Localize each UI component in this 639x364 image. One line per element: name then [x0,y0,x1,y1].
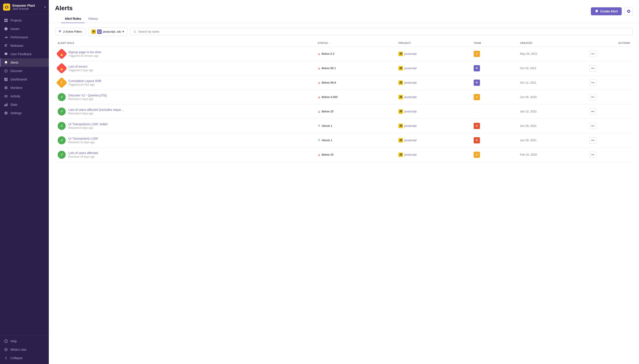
active-filters-button[interactable]: 2 Active Filters [55,28,85,35]
status-content: Below 4,000 [318,95,393,99]
sidebar-item-dashboards[interactable]: Dashboards [0,75,49,84]
sidebar-item-settings[interactable]: Settings [0,109,49,117]
status-content: Above 1 [318,124,393,128]
create-alert-button[interactable]: Create Alert [591,7,622,15]
search-icon [133,30,136,33]
projects-icon [4,18,8,22]
sidebar-item-discover[interactable]: Discover [0,67,49,75]
sidebar-item-alerts[interactable]: Alerts [0,58,49,67]
js-badge: JS [91,30,96,34]
svg-point-28 [98,30,101,33]
svg-rect-20 [6,104,6,106]
project-content[interactable]: JS javascript [399,124,468,128]
alert-info: UI Transactions LOW Resolved 15 days ago [68,137,98,144]
project-cell[interactable]: JS javascript [396,46,471,61]
sidebar-item-whats-new[interactable]: What's new [0,346,49,354]
project-cell[interactable]: JS javascript [396,118,471,133]
alert-rule-content: 🔥 Lots of errors! Triggered 2 days ago [58,64,312,72]
row-actions-button[interactable]: ••• [589,152,596,158]
sidebar-item-releases[interactable]: Releases [0,42,49,50]
status-cell: Below 4,000 [315,90,396,104]
project-name: javascript [404,66,417,70]
project-content[interactable]: JS javascript [399,66,468,70]
project-filter-chevron-icon: ▾ [123,30,124,33]
status-content: Below 99.8 [318,81,393,84]
tab-alert-rules[interactable]: Alert Rules [61,15,85,23]
col-header-status[interactable]: STATUS ↓ [315,40,396,47]
active-filters-label: 2 Active Filters [63,30,82,33]
project-cell[interactable]: JS javascript [396,61,471,75]
svg-rect-8 [5,46,7,46]
col-header-alert-rule: ALERT RULE [55,40,315,47]
svg-rect-12 [5,80,8,81]
alerts-settings-button[interactable] [624,7,633,16]
tab-history[interactable]: History [85,15,102,23]
org-switcher[interactable]: Empower Plant Jane Schmidt ▾ [0,0,49,14]
status-cell: Below 99.8 [315,75,396,90]
status-text: Below 0.2 [322,52,334,56]
alerts-icon [4,60,8,65]
team-cell: S [471,118,517,133]
alert-name[interactable]: Discover V2 - Queries p75() [68,94,107,97]
row-actions-button[interactable]: ••• [589,51,596,57]
alert-subtitle: Resolved 19 days ago [68,155,98,158]
sidebar-item-collapse[interactable]: Collapse [0,354,49,362]
project-cell[interactable]: JS javascript [396,75,471,90]
alert-icon-resolved: ✓ [58,136,66,144]
dashboards-icon [4,77,8,82]
alert-name[interactable]: UI Transactions LOW [68,137,98,140]
alert-name[interactable]: Signup page is too slow [68,50,101,54]
sidebar-item-user-feedback[interactable]: User Feedback [0,50,49,58]
project-cell[interactable]: JS javascript [396,148,471,162]
sidebar-item-label: Collapse [11,356,23,360]
row-actions-button[interactable]: ••• [589,94,596,100]
alert-subtitle: Triggered 2 days ago [68,69,93,72]
alert-name[interactable]: Lots of errors! [68,65,93,68]
search-input[interactable] [138,30,629,33]
project-content[interactable]: JS javascript [399,95,468,99]
project-content[interactable]: JS javascript [399,138,468,142]
alert-icon-resolved: ✓ [58,151,66,159]
team-cell: - [471,104,517,118]
actions-cell: ••• [587,118,633,133]
project-cell[interactable]: JS javascript [396,133,471,148]
table-row: 🔥 Signup page is too slow Triggered 30 m… [55,46,633,61]
alert-name[interactable]: Cumulative Layout Shift [68,79,101,83]
project-name: javascript [404,124,417,128]
settings-icon [4,111,8,115]
row-actions-button[interactable]: ••• [589,123,596,129]
sidebar-item-activity[interactable]: Activity [0,92,49,100]
project-cell[interactable]: JS javascript [396,90,471,104]
row-actions-button[interactable]: ••• [589,137,596,144]
page-title-row: Alerts Alert Rules History [55,4,108,23]
project-content[interactable]: JS javascript [399,52,468,56]
row-actions-button[interactable]: ••• [589,65,596,72]
sidebar-item-monitors[interactable]: Monitors [0,84,49,92]
alerts-table: ALERT RULE STATUS ↓ PROJECT TEAM CREATED [55,40,633,162]
alert-name[interactable]: UI Transactions LOW: Safari [68,122,108,126]
alert-name[interactable]: Lots of users affected [68,151,98,155]
project-content[interactable]: JS javascript [399,80,468,85]
team-cell: V [471,148,517,162]
actions-cell: ••• [587,148,633,162]
project-cell[interactable]: JS javascript [396,104,471,118]
project-filter-dropdown[interactable]: JS javascript, cdc ▾ [88,28,127,36]
row-actions-button[interactable]: ••• [589,108,596,114]
header-actions: Create Alert [591,7,633,20]
sidebar-item-help[interactable]: Help [0,337,49,346]
sidebar-item-performance[interactable]: Performance [0,33,49,42]
search-box[interactable] [130,28,633,35]
sidebar-item-label: Alerts [11,61,19,64]
bell-plus-icon [595,10,598,13]
table-header: ALERT RULE STATUS ↓ PROJECT TEAM CREATED [55,40,633,47]
sidebar-item-label: Discover [11,69,23,73]
sidebar-item-issues[interactable]: Issues [0,24,49,33]
sidebar-item-projects[interactable]: Projects [0,16,49,24]
project-content[interactable]: JS javascript [399,152,468,157]
row-actions-button[interactable]: ••• [589,80,596,86]
alert-name[interactable]: Lots of users affected (excludes reque… [68,108,124,112]
svg-rect-19 [5,105,5,106]
status-content: Below 20 [318,110,393,113]
project-content[interactable]: JS javascript [399,109,468,114]
sidebar-item-stats[interactable]: Stats [0,100,49,109]
